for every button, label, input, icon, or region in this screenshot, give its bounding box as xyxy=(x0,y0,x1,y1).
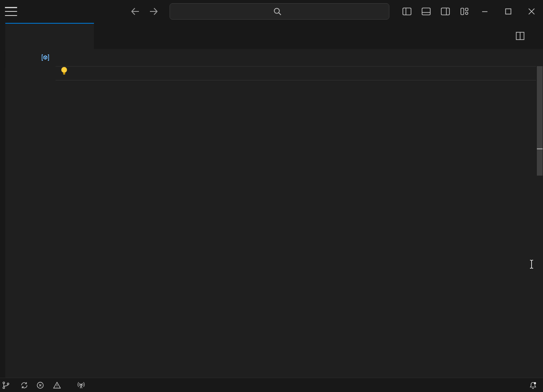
layout-sidebar-left-icon[interactable] xyxy=(402,7,412,16)
layout-panel-icon[interactable] xyxy=(421,7,431,16)
notifications-item[interactable] xyxy=(529,381,537,390)
scrollbar-thumb[interactable] xyxy=(537,66,543,176)
minimize-icon xyxy=(480,7,489,16)
go-forward-button[interactable] xyxy=(148,6,159,17)
error-icon xyxy=(36,381,45,390)
window-controls xyxy=(473,0,543,23)
status-bar-left xyxy=(0,381,88,390)
sync-changes-item[interactable] xyxy=(20,381,29,390)
minimize-button[interactable] xyxy=(473,0,496,23)
sync-icon xyxy=(20,381,29,390)
tab-home-js[interactable] xyxy=(5,23,94,49)
arrow-right-icon xyxy=(148,6,159,17)
git-branch-icon xyxy=(2,381,10,390)
menu-icon[interactable] xyxy=(5,7,17,16)
left-edge-strip xyxy=(0,23,5,378)
layout-controls xyxy=(402,7,469,16)
editor-actions xyxy=(515,23,536,49)
search-icon xyxy=(273,7,282,16)
gutter xyxy=(5,66,36,378)
warning-icon xyxy=(53,381,61,390)
tab-close-icon[interactable] xyxy=(85,36,88,37)
lightbulb-icon[interactable] xyxy=(60,66,69,77)
close-window-button[interactable] xyxy=(520,0,543,23)
vertical-scrollbar[interactable] xyxy=(536,66,543,378)
broadcast-icon xyxy=(77,381,85,390)
arrow-left-icon xyxy=(130,6,141,17)
customize-layout-icon[interactable] xyxy=(460,7,469,16)
command-center-search[interactable] xyxy=(170,3,389,20)
overview-ruler-cursor-marker xyxy=(537,148,543,149)
problems-item[interactable] xyxy=(36,381,64,390)
status-bar xyxy=(0,378,543,392)
layout-sidebar-right-icon[interactable] xyxy=(440,7,450,16)
ports-item[interactable] xyxy=(77,381,88,390)
maximize-button[interactable] xyxy=(496,0,520,23)
go-back-button[interactable] xyxy=(130,6,141,17)
status-bar-right xyxy=(464,381,543,390)
symbol-variable-icon xyxy=(41,53,49,62)
editor-tab-bar xyxy=(0,23,543,49)
maximize-icon xyxy=(504,7,513,16)
code-editor[interactable] xyxy=(5,66,543,378)
bell-icon xyxy=(529,381,537,390)
close-icon xyxy=(527,7,536,16)
split-editor-icon[interactable] xyxy=(515,31,525,41)
vscode-window xyxy=(0,0,543,392)
title-bar xyxy=(0,0,543,23)
breadcrumb xyxy=(5,49,543,66)
git-branch-item[interactable] xyxy=(2,381,13,390)
code-area[interactable] xyxy=(36,66,543,378)
